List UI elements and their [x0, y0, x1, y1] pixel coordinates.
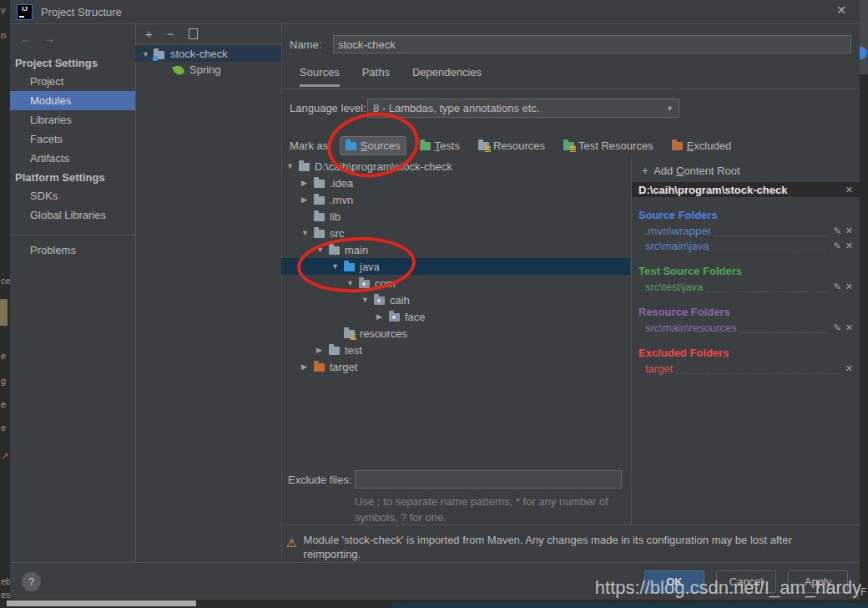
- remove-module-icon[interactable]: −: [167, 28, 174, 40]
- expand-icon[interactable]: ▶: [316, 346, 329, 354]
- apply-button[interactable]: Apply: [788, 570, 848, 593]
- expand-icon[interactable]: ▶: [301, 195, 314, 204]
- tree-row-test[interactable]: ▶ test: [281, 342, 630, 358]
- source-folder-item[interactable]: src\main\java ✎ ✕: [632, 238, 860, 253]
- forward-icon[interactable]: →: [43, 32, 55, 45]
- footer-buttons: OK Cancel Apply: [644, 570, 848, 593]
- close-icon[interactable]: ✕: [836, 3, 846, 17]
- copy-module-icon[interactable]: [189, 28, 198, 39]
- expand-icon[interactable]: ▶: [376, 312, 389, 321]
- folder-icon: [314, 196, 325, 205]
- tree-row-root[interactable]: ▼ D:\caih\program\stock-check: [281, 158, 630, 175]
- mark-tests-button[interactable]: Tests: [415, 137, 465, 155]
- resources-folder-icon: [344, 330, 355, 338]
- bg-block: [0, 299, 8, 326]
- module-name-input[interactable]: [333, 35, 851, 53]
- sidebar-item-modules[interactable]: Modules: [10, 91, 135, 110]
- excluded-folder-item[interactable]: target ✕: [632, 361, 860, 376]
- remove-icon[interactable]: ✕: [845, 322, 853, 333]
- tab-dependencies[interactable]: Dependencies: [412, 66, 482, 87]
- remove-icon[interactable]: ✕: [845, 281, 853, 292]
- collapse-icon[interactable]: ▼: [331, 262, 344, 271]
- folder-icon: [329, 246, 340, 255]
- resource-folders-title: Resource Folders: [638, 306, 860, 320]
- resource-folder-item[interactable]: src\main\resources ✎ ✕: [632, 320, 860, 335]
- tab-sources[interactable]: Sources: [300, 66, 340, 87]
- collapse-icon[interactable]: ▼: [346, 279, 359, 287]
- content-root-tree: ▼ D:\caih\program\stock-check ▶ .idea ▶ …: [281, 158, 630, 392]
- red-arrow-fragment: ↗: [1, 451, 8, 462]
- add-module-icon[interactable]: +: [145, 28, 153, 40]
- source-folder-icon: [344, 263, 355, 271]
- tree-row-com[interactable]: ▼ com: [281, 275, 630, 291]
- edit-icon[interactable]: ✎: [834, 281, 841, 292]
- mark-resources-button[interactable]: Resources: [473, 137, 550, 155]
- back-icon[interactable]: ←: [20, 32, 32, 45]
- remove-icon[interactable]: ✕: [845, 241, 853, 251]
- collapse-icon[interactable]: ▼: [361, 296, 374, 304]
- remove-content-root-icon[interactable]: ✕: [845, 185, 853, 195]
- chevron-down-icon: ▼: [666, 104, 674, 113]
- cancel-button[interactable]: Cancel: [716, 570, 776, 593]
- sidebar-item-facets[interactable]: Facets: [10, 129, 135, 149]
- module-toolbar: + −: [135, 24, 281, 44]
- project-structure-dialog: IJ Project Structure ✕ ← → Project Setti…: [10, 0, 860, 600]
- module-row-stock-check[interactable]: ▼ stock-check: [135, 46, 281, 62]
- add-content-root-button[interactable]: + Add Content Root: [642, 163, 860, 178]
- tab-paths[interactable]: Paths: [362, 66, 390, 87]
- background-left-strip: v n ce e g e e ↗ eb es: [0, 0, 10, 608]
- remove-icon[interactable]: ✕: [845, 225, 853, 236]
- tree-row-lib[interactable]: lib: [281, 208, 630, 225]
- sidebar-item-libraries[interactable]: Libraries: [10, 110, 135, 129]
- mark-sources-button[interactable]: Sources: [340, 136, 406, 155]
- tree-row-face[interactable]: ▶ face: [281, 308, 630, 325]
- tree-row-java[interactable]: ▼ java: [281, 258, 630, 275]
- source-folders-title: Source Folders: [638, 209, 860, 223]
- source-folder-item[interactable]: .mvn\wrapper ✎ ✕: [632, 223, 860, 238]
- module-row-spring-facet[interactable]: Spring: [135, 62, 281, 78]
- facet-name: Spring: [189, 63, 221, 76]
- mark-test-resources-button[interactable]: Test Resources: [558, 137, 659, 155]
- tree-row-src[interactable]: ▼ src: [281, 225, 630, 241]
- test-source-folder-item[interactable]: src\test\java ✎ ✕: [632, 279, 860, 294]
- edit-icon[interactable]: ✎: [834, 225, 841, 236]
- tree-row-idea[interactable]: ▶ .idea: [281, 175, 630, 191]
- tree-row-resources[interactable]: resources: [281, 325, 630, 342]
- collapse-icon[interactable]: ▼: [286, 162, 299, 170]
- edit-icon[interactable]: ✎: [834, 322, 841, 333]
- tree-row-main[interactable]: ▼ main: [281, 241, 630, 258]
- exclude-files-label: Exclude files:: [288, 474, 355, 486]
- bg-scrollbar: [7, 600, 196, 606]
- dotted-leader: [713, 241, 826, 251]
- sidebar-item-sdks[interactable]: SDKs: [10, 186, 135, 205]
- background-bottom-strip: F: [0, 600, 868, 608]
- tree-row-caih[interactable]: ▼ caih: [281, 291, 630, 308]
- folder-icon: [314, 180, 325, 188]
- tests-folder-icon: [420, 142, 431, 150]
- collapse-icon[interactable]: ▼: [301, 229, 314, 237]
- nav-arrows: ← →: [10, 24, 135, 53]
- help-button[interactable]: ?: [22, 572, 41, 591]
- sidebar-item-problems[interactable]: Problems: [10, 241, 135, 260]
- remove-icon[interactable]: ✕: [845, 363, 853, 374]
- tree-row-mvn[interactable]: ▶ .mvn: [281, 191, 630, 208]
- exclude-files-input[interactable]: [355, 470, 622, 489]
- language-level-select[interactable]: 8 - Lambdas, type annotations etc. ▼: [367, 99, 679, 118]
- tree-row-target[interactable]: ▶ target: [281, 358, 630, 375]
- sidebar-item-global-libraries[interactable]: Global Libraries: [10, 205, 135, 225]
- mark-excluded-button[interactable]: Excluded: [667, 137, 736, 155]
- mark-as-label: Mark as:: [290, 139, 331, 152]
- collapse-icon[interactable]: ▼: [316, 246, 329, 254]
- edit-icon[interactable]: ✎: [834, 241, 841, 251]
- sidebar-item-artifacts[interactable]: Artifacts: [10, 149, 135, 168]
- content-root-header[interactable]: D:\caih\program\stock-check ✕: [632, 182, 860, 197]
- dialog-title: Project Structure: [41, 6, 122, 18]
- sidebar-item-project[interactable]: Project: [10, 72, 135, 91]
- test-source-folders-title: Test Source Folders: [638, 265, 860, 279]
- collapse-icon[interactable]: ▼: [142, 50, 154, 58]
- ok-button[interactable]: OK: [644, 570, 704, 593]
- excluded-folders-title: Excluded Folders: [638, 347, 860, 361]
- expand-icon[interactable]: ▶: [301, 362, 314, 371]
- folder-icon: [314, 230, 325, 238]
- expand-icon[interactable]: ▶: [301, 179, 314, 187]
